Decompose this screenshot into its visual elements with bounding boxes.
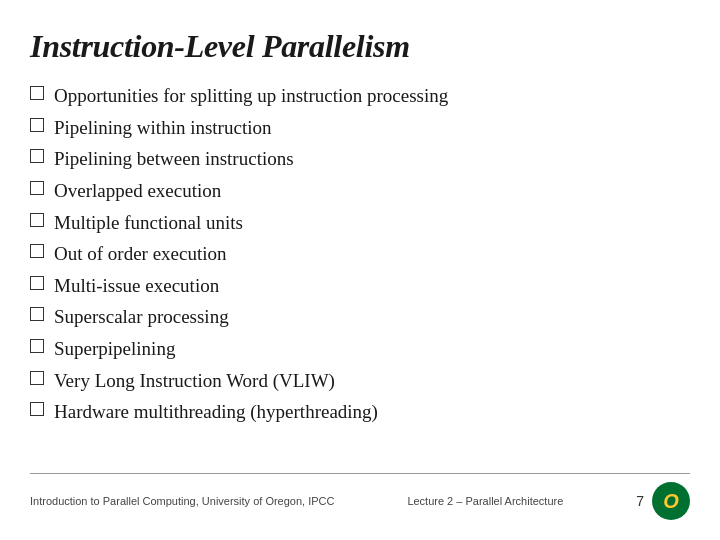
bullet-text: Multi-issue execution [54, 273, 690, 299]
bullet-icon [30, 149, 44, 163]
bullet-icon [30, 181, 44, 195]
bullet-text: Pipelining between instructions [54, 146, 690, 172]
bullet-text: Very Long Instruction Word (VLIW) [54, 368, 690, 394]
bullet-item: Out of order execution [30, 241, 690, 267]
bullet-text: Superpipelining [54, 336, 690, 362]
bullet-icon [30, 276, 44, 290]
bullet-item: Superscalar processing [30, 304, 690, 330]
bullet-text: Hardware multithreading (hyperthreading) [54, 399, 690, 425]
footer-center: Lecture 2 – Parallel Architecture [407, 495, 563, 507]
bullet-item: Opportunities for splitting up instructi… [30, 83, 690, 109]
bullet-item: Multi-issue execution [30, 273, 690, 299]
bullet-item: Pipelining between instructions [30, 146, 690, 172]
slide-container: Instruction-Level Parallelism Opportunit… [0, 0, 720, 540]
bullet-item: Multiple functional units [30, 210, 690, 236]
bullet-text: Pipelining within instruction [54, 115, 690, 141]
bullet-icon [30, 213, 44, 227]
bullet-icon [30, 307, 44, 321]
bullet-icon [30, 371, 44, 385]
bullet-text: Multiple functional units [54, 210, 690, 236]
page-number: 7 [636, 493, 644, 509]
bullet-text: Superscalar processing [54, 304, 690, 330]
footer-right: 7 O [636, 482, 690, 520]
university-logo: O [652, 482, 690, 520]
bullet-text: Overlapped execution [54, 178, 690, 204]
bullet-item: Superpipelining [30, 336, 690, 362]
bullet-list: Opportunities for splitting up instructi… [30, 83, 690, 467]
bullet-item: Pipelining within instruction [30, 115, 690, 141]
bullet-icon [30, 118, 44, 132]
bullet-icon [30, 402, 44, 416]
bullet-item: Hardware multithreading (hyperthreading) [30, 399, 690, 425]
bullet-icon [30, 86, 44, 100]
footer: Introduction to Parallel Computing, Univ… [30, 473, 690, 520]
bullet-item: Very Long Instruction Word (VLIW) [30, 368, 690, 394]
bullet-text: Out of order execution [54, 241, 690, 267]
footer-left: Introduction to Parallel Computing, Univ… [30, 495, 334, 507]
slide-title: Instruction-Level Parallelism [30, 28, 690, 65]
bullet-item: Overlapped execution [30, 178, 690, 204]
bullet-text: Opportunities for splitting up instructi… [54, 83, 690, 109]
bullet-icon [30, 244, 44, 258]
bullet-icon [30, 339, 44, 353]
